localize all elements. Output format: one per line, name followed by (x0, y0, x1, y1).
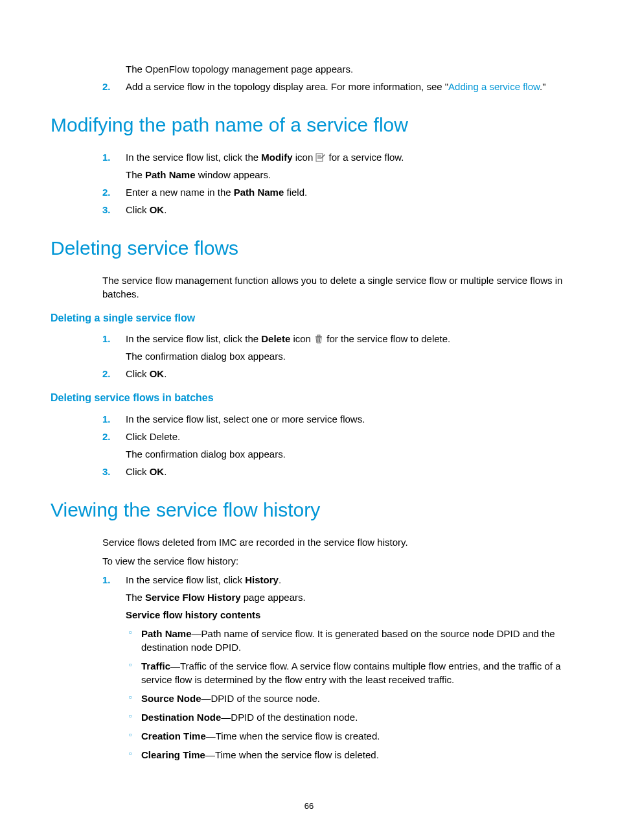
text: Click Delete. (126, 431, 180, 442)
subheading-delete-batch: Deleting service flows in batches (51, 391, 567, 405)
modify-step-2: 2. Enter a new name in the Path Name fie… (102, 185, 567, 199)
history-contents-list: Path Name—Path name of service flow. It … (126, 627, 567, 762)
subheading-delete-single: Deleting a single service flow (51, 311, 567, 325)
desc: —DPID of the destination node. (221, 712, 358, 723)
history-item-creation-time: Creation Time—Time when the service flow… (126, 729, 567, 743)
text: . (164, 466, 166, 477)
text: . (164, 204, 166, 215)
modify-step1-result: The Path Name window appears. (126, 168, 567, 181)
desc: —Traffic of the service flow. A service … (141, 660, 561, 685)
svg-rect-5 (317, 335, 320, 336)
step-marker: 3. (102, 465, 111, 478)
delete-batch-step-2: 2. Click Delete. The confirmation dialog… (102, 430, 567, 461)
heading-deleting-service-flows: Deleting service flows (51, 235, 567, 262)
delete-batch-step-1: 1. In the service flow list, select one … (102, 412, 567, 426)
page-number: 66 (51, 800, 567, 812)
ok-label: OK (150, 368, 165, 379)
history-item-destination-node: Destination Node—DPID of the destination… (126, 710, 567, 724)
delete-label: Delete (261, 333, 290, 344)
heading-viewing-history: Viewing the service flow history (51, 496, 567, 524)
intro-step-result: The OpenFlow topology management page ap… (102, 62, 567, 76)
intro-step-2: 2. Add a service flow in the topology di… (102, 80, 567, 93)
history-item-path-name: Path Name—Path name of service flow. It … (126, 627, 567, 654)
text: The (126, 169, 145, 180)
history-item-clearing-time: Clearing Time—Time when the service flow… (126, 748, 567, 762)
text: for a service flow. (326, 152, 404, 163)
text: icon (290, 333, 314, 344)
adding-service-flow-link[interactable]: Adding a service flow (448, 81, 540, 92)
text: The (126, 592, 145, 603)
delete-single-step-2: 2. Click OK. (102, 367, 567, 380)
text: icon (293, 152, 316, 163)
modify-steps: 1. In the service flow list, click the M… (102, 150, 567, 216)
delete-single-result: The confirmation dialog box appears. (126, 349, 567, 363)
desc: —Time when the service flow is created. (206, 730, 380, 741)
label: Path Name (141, 628, 192, 639)
intro-step2-text-b: ." (540, 81, 546, 92)
step-marker: 2. (102, 80, 111, 93)
label: Source Node (141, 693, 201, 704)
history-result: The Service Flow History page appears. (126, 590, 567, 604)
ok-label: OK (150, 204, 165, 215)
deleting-intro-para: The service flow management function all… (102, 274, 567, 301)
delete-batch-result: The confirmation dialog box appears. (126, 447, 567, 461)
text: Enter a new name in the (126, 187, 234, 198)
step-marker: 2. (102, 185, 111, 199)
text: In the service flow list, click the (126, 152, 261, 163)
intro-result-text: The OpenFlow topology management page ap… (126, 64, 353, 75)
path-name-label: Path Name (234, 187, 284, 198)
text: In the service flow list, select one or … (126, 414, 365, 425)
history-steps: 1. In the service flow list, click Histo… (102, 573, 567, 762)
label: Clearing Time (141, 749, 205, 760)
text: . (164, 368, 166, 379)
history-contents-heading: Service flow history contents (126, 608, 567, 622)
text: In the service flow list, click (126, 574, 245, 585)
step-marker: 1. (102, 573, 111, 587)
intro-step2-text-a: Add a service flow in the topology displ… (126, 81, 448, 92)
delete-single-step-1: 1. In the service flow list, click the D… (102, 332, 567, 363)
history-para-1: Service flows deleted from IMC are recor… (102, 535, 567, 549)
label: Destination Node (141, 712, 221, 723)
heading-modifying-path-name: Modifying the path name of a service flo… (51, 111, 567, 139)
history-step-1: 1. In the service flow list, click Histo… (102, 573, 567, 762)
delete-icon (314, 333, 324, 342)
history-label: History (245, 574, 279, 585)
modify-step-1: 1. In the service flow list, click the M… (102, 150, 567, 181)
text: for the service flow to delete. (324, 333, 450, 344)
text: page appears. (241, 592, 306, 603)
modify-icon (315, 152, 326, 161)
delete-batch-step-3: 3. Click OK. (102, 465, 567, 478)
text: In the service flow list, click the (126, 333, 261, 344)
text: field. (284, 187, 307, 198)
history-item-traffic: Traffic—Traffic of the service flow. A s… (126, 659, 567, 686)
text: Click (126, 368, 150, 379)
desc: —DPID of the source node. (201, 693, 320, 704)
delete-single-steps: 1. In the service flow list, click the D… (102, 332, 567, 380)
intro-steps: The OpenFlow topology management page ap… (102, 62, 567, 93)
service-flow-history-label: Service Flow History (145, 592, 241, 603)
ok-label: OK (150, 466, 165, 477)
desc: —Time when the service flow is deleted. (205, 749, 379, 760)
history-para-2: To view the service flow history: (102, 554, 567, 568)
modify-label: Modify (261, 152, 292, 163)
text: window appears. (196, 169, 271, 180)
step-marker: 1. (102, 332, 111, 345)
delete-batch-steps: 1. In the service flow list, select one … (102, 412, 567, 478)
step-marker: 2. (102, 430, 111, 443)
step-marker: 1. (102, 412, 111, 426)
history-item-source-node: Source Node—DPID of the source node. (126, 692, 567, 705)
label: Traffic (141, 660, 170, 671)
desc: —Path name of service flow. It is genera… (141, 628, 555, 653)
text: Click (126, 466, 150, 477)
step-marker: 2. (102, 367, 111, 380)
text: Click (126, 204, 150, 215)
step-marker: 3. (102, 203, 111, 216)
step-marker: 1. (102, 150, 111, 164)
text: . (279, 574, 281, 585)
path-name-label: Path Name (145, 169, 196, 180)
modify-step-3: 3. Click OK. (102, 203, 567, 216)
label: Creation Time (141, 730, 206, 741)
